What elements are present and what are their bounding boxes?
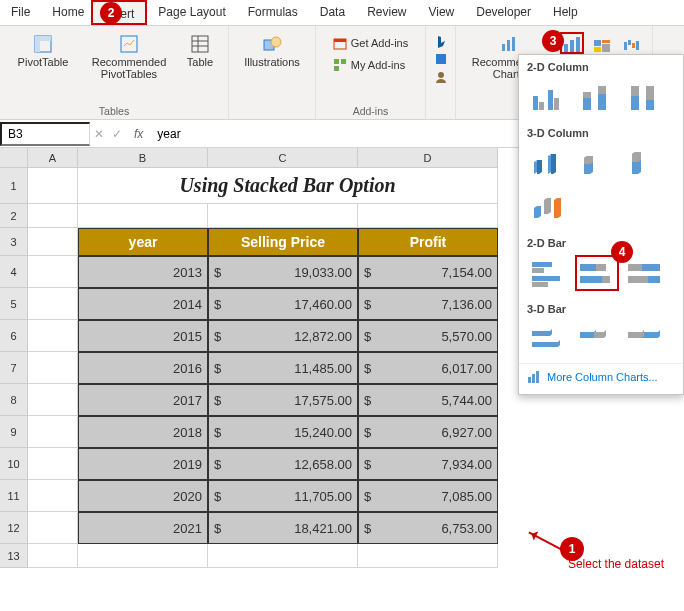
cell-profit[interactable]: $6,753.00 — [358, 512, 498, 544]
cell[interactable] — [208, 204, 358, 228]
cell[interactable] — [28, 448, 78, 480]
tab-review[interactable]: Review — [356, 0, 417, 25]
header-selling[interactable]: Selling Price — [208, 228, 358, 256]
cell-selling[interactable]: $11,485.00 — [208, 352, 358, 384]
cell[interactable] — [28, 480, 78, 512]
btn-cancel[interactable]: ✕ — [90, 127, 108, 141]
bing-icon[interactable] — [434, 34, 448, 48]
cell-profit[interactable]: $7,136.00 — [358, 288, 498, 320]
cell-selling[interactable]: $12,872.00 — [208, 320, 358, 352]
col-header[interactable]: B — [78, 148, 208, 168]
opt-3d-100-stacked-bar[interactable] — [623, 321, 667, 357]
cell-selling[interactable]: $18,421.00 — [208, 512, 358, 544]
row-header[interactable]: 13 — [0, 544, 28, 568]
tab-view[interactable]: View — [417, 0, 465, 25]
row-header[interactable]: 10 — [0, 448, 28, 480]
cell-selling[interactable]: $12,658.00 — [208, 448, 358, 480]
cell-selling[interactable]: $17,460.00 — [208, 288, 358, 320]
name-box[interactable] — [0, 122, 90, 146]
btn-enter[interactable]: ✓ — [108, 127, 126, 141]
opt-3d-stacked-bar[interactable] — [575, 321, 619, 357]
cell-year[interactable]: 2019 — [78, 448, 208, 480]
btn-get-addins[interactable]: Get Add-ins — [333, 34, 408, 52]
cell-selling[interactable]: $17,575.00 — [208, 384, 358, 416]
cell-selling[interactable]: $19,033.00 — [208, 256, 358, 288]
cell-year[interactable]: 2013 — [78, 256, 208, 288]
cell[interactable] — [28, 204, 78, 228]
opt-stacked-bar[interactable] — [575, 255, 619, 291]
row-header[interactable]: 9 — [0, 416, 28, 448]
row-header[interactable]: 12 — [0, 512, 28, 544]
btn-waterfall-chart[interactable] — [620, 32, 644, 54]
cell[interactable] — [28, 512, 78, 544]
cell[interactable] — [28, 288, 78, 320]
cell[interactable] — [208, 544, 358, 568]
opt-stacked-column[interactable] — [575, 79, 619, 115]
row-header[interactable]: 4 — [0, 256, 28, 288]
opt-3d-column[interactable] — [527, 189, 571, 225]
select-all-corner[interactable] — [0, 148, 28, 168]
cell[interactable] — [28, 352, 78, 384]
cell-year[interactable]: 2015 — [78, 320, 208, 352]
cell[interactable] — [78, 204, 208, 228]
col-header[interactable]: A — [28, 148, 78, 168]
cell-profit[interactable]: $7,085.00 — [358, 480, 498, 512]
cell-year[interactable]: 2016 — [78, 352, 208, 384]
tab-developer[interactable]: Developer — [465, 0, 542, 25]
cell-grid[interactable]: Using Stacked Bar Option year Selling Pr… — [28, 168, 498, 568]
cell[interactable] — [28, 168, 78, 204]
cell[interactable] — [78, 544, 208, 568]
more-column-charts[interactable]: More Column Charts... — [519, 363, 683, 390]
fx-icon[interactable]: fx — [126, 127, 151, 141]
cell-profit[interactable]: $6,927.00 — [358, 416, 498, 448]
visio-icon[interactable] — [434, 52, 448, 66]
tab-page-layout[interactable]: Page Layout — [147, 0, 236, 25]
cell-selling[interactable]: $11,705.00 — [208, 480, 358, 512]
tab-help[interactable]: Help — [542, 0, 589, 25]
opt-3d-clustered-column[interactable] — [527, 145, 571, 181]
cell-selling[interactable]: $15,240.00 — [208, 416, 358, 448]
row-header[interactable]: 8 — [0, 384, 28, 416]
cell-year[interactable]: 2014 — [78, 288, 208, 320]
opt-100-stacked-column[interactable] — [623, 79, 667, 115]
opt-3d-clustered-bar[interactable] — [527, 321, 571, 357]
cell[interactable] — [358, 204, 498, 228]
people-icon[interactable] — [434, 70, 448, 84]
opt-clustered-bar[interactable] — [527, 255, 571, 291]
cell-year[interactable]: 2021 — [78, 512, 208, 544]
opt-3d-stacked-column[interactable] — [575, 145, 619, 181]
row-header[interactable]: 6 — [0, 320, 28, 352]
row-header[interactable]: 5 — [0, 288, 28, 320]
opt-clustered-column[interactable] — [527, 79, 571, 115]
opt-100-stacked-bar[interactable] — [623, 255, 667, 291]
cell-profit[interactable]: $7,154.00 — [358, 256, 498, 288]
row-header[interactable]: 3 — [0, 228, 28, 256]
header-profit[interactable]: Profit — [358, 228, 498, 256]
row-header[interactable]: 11 — [0, 480, 28, 512]
btn-pivottable[interactable]: PivotTable — [8, 30, 78, 68]
cell-year[interactable]: 2017 — [78, 384, 208, 416]
btn-hierarchy-chart[interactable] — [590, 32, 614, 54]
btn-recommended-pivot[interactable]: Recommended PivotTables — [84, 30, 174, 80]
cell-year[interactable]: 2018 — [78, 416, 208, 448]
tab-home[interactable]: Home — [41, 0, 91, 25]
cell[interactable] — [28, 228, 78, 256]
cell-profit[interactable]: $6,017.00 — [358, 352, 498, 384]
cell[interactable] — [28, 544, 78, 568]
cell[interactable] — [28, 384, 78, 416]
cell-year[interactable]: 2020 — [78, 480, 208, 512]
tab-data[interactable]: Data — [309, 0, 356, 25]
cell-profit[interactable]: $5,744.00 — [358, 384, 498, 416]
row-header[interactable]: 7 — [0, 352, 28, 384]
tab-formulas[interactable]: Formulas — [237, 0, 309, 25]
col-header[interactable]: D — [358, 148, 498, 168]
tab-file[interactable]: File — [0, 0, 41, 25]
title-cell[interactable]: Using Stacked Bar Option — [78, 168, 498, 204]
cell-profit[interactable]: $7,934.00 — [358, 448, 498, 480]
opt-3d-100-stacked-column[interactable] — [623, 145, 667, 181]
cell[interactable] — [28, 416, 78, 448]
btn-my-addins[interactable]: My Add-ins — [333, 56, 405, 74]
btn-illustrations[interactable]: Illustrations — [237, 30, 307, 68]
cell[interactable] — [28, 320, 78, 352]
cell[interactable] — [28, 256, 78, 288]
